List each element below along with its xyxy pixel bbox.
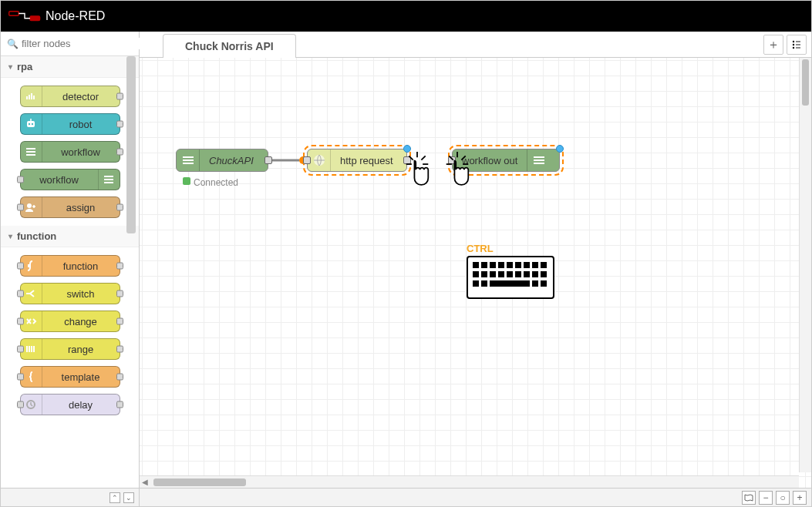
- svg-rect-41: [473, 280, 479, 287]
- tab-chuck-norris-api[interactable]: Chuck Norris API: [163, 34, 296, 58]
- palette-node-change[interactable]: change: [20, 311, 120, 332]
- node-port-in[interactable]: [17, 401, 24, 408]
- node-port-out[interactable]: [116, 263, 123, 270]
- list-icon: [21, 142, 42, 162]
- list-icon: [177, 149, 200, 171]
- palette-filter-input[interactable]: [22, 38, 151, 49]
- svg-rect-43: [490, 280, 530, 287]
- node-port-in[interactable]: [17, 346, 24, 353]
- zoom-reset-button[interactable]: ○: [776, 491, 790, 505]
- tabs-menu-button[interactable]: [787, 35, 807, 55]
- palette-node-robot[interactable]: robot: [20, 113, 120, 135]
- click-cursor-overlay: [402, 152, 433, 190]
- svg-rect-26: [498, 262, 504, 268]
- svg-rect-45: [541, 280, 547, 287]
- app-header: Node-RED: [1, 1, 811, 32]
- node-port-out[interactable]: [116, 93, 123, 100]
- palette-scrollbar[interactable]: [126, 56, 137, 488]
- node-port-out[interactable]: [116, 290, 123, 297]
- palette-node-detector[interactable]: detector: [20, 86, 120, 107]
- list-icon: [98, 170, 120, 190]
- svg-rect-39: [532, 271, 538, 277]
- map-icon: [744, 494, 753, 502]
- zoom-out-button[interactable]: −: [759, 491, 773, 505]
- app-logo: Node-RED: [8, 8, 105, 24]
- svg-rect-36: [507, 271, 513, 277]
- node-port-out[interactable]: [116, 346, 123, 353]
- node-port-out[interactable]: [264, 156, 272, 164]
- palette-body: ▾ rpa detector robot: [1, 56, 139, 488]
- svg-line-18: [449, 156, 453, 159]
- globe-icon: [308, 149, 331, 171]
- palette-node-workflow-in[interactable]: workflow: [20, 141, 120, 163]
- list-icon: [791, 39, 802, 50]
- flow-node-http-request[interactable]: http request: [307, 149, 407, 172]
- search-icon: 🔍: [7, 39, 19, 49]
- list-icon: [527, 149, 550, 171]
- svg-line-14: [421, 156, 425, 159]
- palette-node-assign[interactable]: assign: [20, 196, 120, 218]
- svg-point-8: [793, 41, 794, 42]
- flow-node-chuckapi[interactable]: ChuckAPI Connected: [176, 149, 268, 172]
- status-text: Connected: [194, 177, 238, 188]
- canvas-scrollbar-horizontal[interactable]: ◀: [140, 475, 799, 488]
- palette-collapse-down-button[interactable]: ⌄: [123, 492, 134, 503]
- canvas-scrollbar-vertical[interactable]: [799, 58, 811, 472]
- flow-canvas[interactable]: ChuckAPI Connected http request: [140, 58, 811, 488]
- switch-icon: [21, 284, 42, 304]
- range-icon: [21, 339, 42, 359]
- change-icon: [21, 311, 42, 331]
- node-port-in[interactable]: [17, 176, 24, 183]
- zoom-in-button[interactable]: +: [793, 491, 807, 505]
- node-port-in[interactable]: [17, 374, 24, 381]
- node-changed-indicator: [556, 145, 564, 153]
- palette-node-template[interactable]: template: [20, 366, 120, 388]
- navigator-button[interactable]: [742, 491, 756, 505]
- svg-point-9: [793, 44, 794, 45]
- palette-node-workflow-out[interactable]: workflow: [20, 169, 120, 190]
- workspace: Chuck Norris API ＋: [140, 32, 811, 506]
- svg-rect-29: [524, 262, 530, 268]
- svg-rect-35: [498, 271, 504, 277]
- add-tab-button[interactable]: ＋: [763, 35, 783, 55]
- app-title: Node-RED: [45, 9, 105, 23]
- node-port-in[interactable]: [17, 290, 24, 297]
- bars-icon: [21, 86, 42, 106]
- node-port-in[interactable]: [17, 318, 24, 325]
- palette-category-function[interactable]: ▾ function: [1, 226, 139, 247]
- brace-icon: [21, 367, 42, 387]
- node-port-out[interactable]: [116, 401, 123, 408]
- palette-node-switch[interactable]: switch: [20, 283, 120, 304]
- svg-rect-24: [481, 262, 487, 268]
- svg-point-4: [32, 123, 33, 125]
- svg-line-13: [409, 156, 413, 159]
- user-plus-icon: [21, 197, 42, 217]
- palette-node-range[interactable]: range: [20, 338, 120, 360]
- svg-rect-30: [532, 262, 538, 268]
- palette-node-function[interactable]: function: [20, 255, 120, 277]
- svg-rect-2: [27, 121, 35, 127]
- node-port-out[interactable]: [116, 149, 123, 156]
- node-port-out[interactable]: [116, 204, 123, 211]
- palette-node-delay[interactable]: delay: [20, 394, 120, 415]
- workspace-tabs: Chuck Norris API ＋: [140, 32, 811, 58]
- palette-category-rpa[interactable]: ▾ rpa: [1, 56, 139, 78]
- clock-icon: [21, 395, 42, 415]
- svg-rect-42: [481, 280, 487, 287]
- svg-rect-44: [532, 280, 538, 287]
- node-port-in[interactable]: [17, 263, 24, 270]
- node-port-out[interactable]: [116, 121, 123, 128]
- svg-rect-38: [524, 271, 530, 277]
- click-cursor-overlay: [442, 152, 473, 190]
- node-port-in[interactable]: [303, 156, 311, 164]
- workspace-footer: − ○ +: [140, 488, 811, 506]
- svg-rect-40: [541, 271, 547, 277]
- palette-collapse-up-button[interactable]: ⌃: [110, 492, 120, 503]
- node-port-out[interactable]: [116, 318, 123, 325]
- palette-search[interactable]: 🔍: [1, 32, 139, 56]
- node-port-out[interactable]: [116, 374, 123, 381]
- svg-rect-1: [30, 16, 40, 21]
- node-port-in[interactable]: [17, 204, 24, 211]
- keyboard-overlay: CTRL: [467, 243, 554, 301]
- svg-rect-27: [507, 262, 513, 268]
